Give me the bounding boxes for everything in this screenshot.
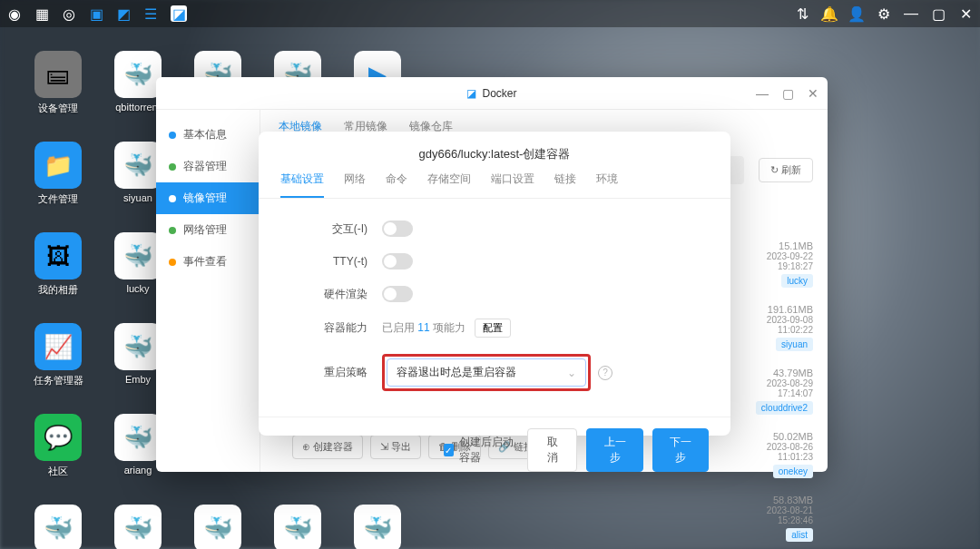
docker-icon: ◪ bbox=[466, 87, 476, 100]
autostart-checkbox[interactable]: ✓ 创建后启动容器 bbox=[444, 435, 518, 466]
desktop-icon-任务管理器[interactable]: 📈任务管理器 bbox=[22, 323, 94, 403]
settings-icon[interactable]: ⚙ bbox=[877, 6, 891, 21]
minimize-button[interactable]: — bbox=[753, 84, 771, 103]
docker-taskbar-icon[interactable]: ◪ bbox=[171, 5, 187, 22]
close-icon[interactable]: ✕ bbox=[958, 6, 973, 21]
desktop-icon-nas-tools2[interactable]: 🐳nas-tools2 bbox=[341, 505, 414, 549]
restart-label: 重启策略 bbox=[295, 365, 368, 380]
help-icon[interactable]: ? bbox=[598, 366, 612, 380]
image-row[interactable]: 50.02MB2023-08-26 11:01:23onekey bbox=[735, 431, 813, 478]
modal-tab-网络[interactable]: 网络 bbox=[344, 172, 366, 198]
cap-config-button[interactable]: 配置 bbox=[475, 319, 511, 338]
monitor-icon[interactable]: ▣ bbox=[89, 6, 103, 21]
interact-toggle[interactable] bbox=[382, 221, 413, 237]
system-taskbar: ◉ ▦ ◎ ▣ ◩ ☰ ◪ ⇅ 🔔 👤 ⚙ — ▢ ✕ bbox=[0, 0, 980, 27]
desktop-icon-alist[interactable]: 🐳alist bbox=[102, 505, 174, 549]
modal-tab-命令[interactable]: 命令 bbox=[386, 172, 407, 198]
sidebar-item-事件查看[interactable]: 事件查看 bbox=[156, 246, 260, 278]
desktop-icon-我的相册[interactable]: 🖼我的相册 bbox=[22, 232, 94, 312]
cap-label: 容器能力 bbox=[295, 320, 368, 336]
user-icon[interactable]: 👤 bbox=[849, 6, 864, 21]
docker-sidebar: 基本信息容器管理镜像管理网络管理事件查看 bbox=[156, 110, 260, 472]
restart-highlight-box: 容器退出时总是重启容器 ⌄ bbox=[382, 354, 591, 391]
close-button[interactable]: ✕ bbox=[804, 84, 822, 103]
square-icon[interactable]: ◎ bbox=[62, 6, 76, 21]
desktop-icon-reader[interactable]: 🐳reader bbox=[181, 505, 254, 549]
image-row[interactable]: 58.83MB2023-08-21 15:28:46alist bbox=[735, 495, 813, 542]
next-button[interactable]: 下一步 bbox=[652, 428, 709, 472]
restart-select[interactable]: 容器退出时总是重启容器 ⌄ bbox=[387, 358, 586, 387]
hw-label: 硬件渲染 bbox=[295, 287, 368, 302]
chevron-down-icon: ⌄ bbox=[567, 367, 576, 379]
maximize-button[interactable]: ▢ bbox=[779, 84, 797, 103]
window-title: Docker bbox=[482, 87, 516, 100]
radio-icon[interactable]: ☰ bbox=[143, 6, 158, 21]
interact-label: 交互(-I) bbox=[295, 221, 368, 237]
maximize-icon[interactable]: ▢ bbox=[931, 6, 946, 21]
cap-text: 已启用 11 项能力 bbox=[382, 320, 466, 336]
sort-icon[interactable]: ⇅ bbox=[795, 6, 809, 21]
desktop-icon-社区[interactable]: 💬社区 bbox=[22, 414, 94, 494]
desktop-icon-nas-tools[interactable]: 🐳nas-tools bbox=[22, 505, 94, 549]
modal-tab-端口设置[interactable]: 端口设置 bbox=[491, 172, 534, 198]
desktop-icon-文件管理[interactable]: 📁文件管理 bbox=[22, 142, 94, 221]
image-row[interactable]: 191.61MB2023-09-08 11:02:22siyuan bbox=[735, 304, 813, 351]
sidebar-item-网络管理[interactable]: 网络管理 bbox=[156, 214, 260, 246]
modal-tab-存储空间[interactable]: 存储空间 bbox=[427, 172, 471, 198]
tty-toggle[interactable] bbox=[382, 253, 413, 270]
camera-icon[interactable]: ◉ bbox=[7, 6, 22, 21]
modal-title: gdy666/lucky:latest-创建容器 bbox=[259, 132, 730, 172]
refresh-button[interactable]: ↻ 刷新 bbox=[759, 158, 813, 182]
window-titlebar[interactable]: ◪Docker — ▢ ✕ bbox=[156, 77, 828, 110]
image-row[interactable]: 15.1MB2023-09-22 19:18:27lucky bbox=[735, 240, 813, 288]
check-icon: ✓ bbox=[444, 444, 454, 456]
bell-icon[interactable]: 🔔 bbox=[822, 6, 837, 21]
grid-icon[interactable]: ▦ bbox=[34, 6, 49, 21]
cancel-button[interactable]: 取 消 bbox=[527, 428, 578, 472]
desktop-icon-回收站[interactable]: 🐳回收站 bbox=[261, 505, 334, 549]
tty-label: TTY(-t) bbox=[295, 255, 368, 268]
modal-tab-环境[interactable]: 环境 bbox=[596, 172, 618, 198]
sidebar-item-容器管理[interactable]: 容器管理 bbox=[156, 151, 260, 182]
modal-tab-基础设置[interactable]: 基础设置 bbox=[280, 172, 324, 198]
restart-value: 容器退出时总是重启容器 bbox=[397, 365, 516, 380]
prev-button[interactable]: 上一步 bbox=[586, 428, 642, 472]
minimize-icon[interactable]: — bbox=[904, 6, 918, 21]
create-container-modal: gdy666/lucky:latest-创建容器 基础设置网络命令存储空间端口设… bbox=[259, 132, 730, 436]
sidebar-item-基本信息[interactable]: 基本信息 bbox=[156, 119, 260, 151]
cast-icon[interactable]: ◩ bbox=[116, 6, 131, 21]
modal-tab-链接[interactable]: 链接 bbox=[554, 172, 576, 198]
desktop-icon-设备管理[interactable]: 🖴设备管理 bbox=[22, 51, 94, 131]
sidebar-item-镜像管理[interactable]: 镜像管理 bbox=[156, 182, 260, 214]
image-row[interactable]: 43.79MB2023-08-29 17:14:07clouddrive2 bbox=[735, 368, 813, 415]
hw-toggle[interactable] bbox=[382, 286, 413, 302]
